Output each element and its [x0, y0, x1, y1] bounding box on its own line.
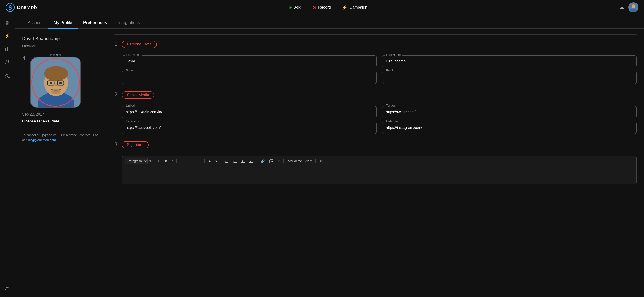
campaign-icon: ⚡	[342, 4, 348, 10]
tab-account[interactable]: Account	[22, 20, 48, 28]
last-name-label: Last Name	[385, 53, 402, 56]
svg-rect-55	[270, 160, 273, 163]
social-row-1: LinkedIn Twitter	[122, 106, 636, 118]
toolbar-image[interactable]	[268, 158, 275, 164]
toolbar-sep-1	[154, 159, 154, 164]
toolbar-bold[interactable]: B	[163, 158, 169, 164]
toolbar-underline[interactable]: U	[156, 158, 162, 164]
instagram-label: Instagram	[385, 120, 401, 123]
add-action[interactable]: ⊞ Add	[289, 4, 301, 10]
toolbar-align-left[interactable]	[178, 159, 186, 164]
contact-row: Phone Email	[122, 71, 636, 84]
twitter-label: Twitter	[385, 104, 396, 107]
signature-content[interactable]	[122, 166, 636, 184]
instagram-group: Instagram	[382, 122, 637, 134]
email-label: Email	[385, 69, 395, 72]
profile-form-layout: David Beauchamp OneMob 4.	[15, 28, 644, 297]
svg-point-1	[10, 7, 11, 8]
logo-icon	[6, 3, 15, 12]
svg-point-9	[6, 74, 8, 77]
toolbar-align-right[interactable]	[195, 159, 202, 164]
tab-preferences[interactable]: Preferences	[78, 20, 112, 28]
toolbar-indent-decrease[interactable]	[239, 159, 247, 164]
social-media-label: Social Media	[122, 91, 154, 99]
section-3-num: 3	[114, 141, 117, 148]
toolbar-merge-field[interactable]: Add Merge Field ▾	[286, 158, 314, 164]
sidebar-item-user-add[interactable]	[3, 72, 12, 81]
billing-email-link[interactable]: billing@onemob.com	[26, 138, 56, 142]
toolbar-indent-increase[interactable]	[248, 159, 255, 164]
last-name-group: Last Name	[382, 55, 637, 67]
toolbar-align-center[interactable]	[187, 159, 194, 164]
svg-rect-6	[7, 47, 8, 51]
social-media-section: 2 Social Media LinkedIn Twitter	[122, 91, 636, 134]
toolbar-sep-5	[257, 159, 257, 164]
phone-input[interactable]	[122, 71, 376, 84]
dot-4	[60, 54, 61, 56]
profile-org: OneMob	[22, 44, 100, 48]
main-layout: ♛ ⚡	[0, 15, 644, 297]
signature-section: 3 Signature Paragraph ▾ U B I	[122, 141, 636, 184]
email-input[interactable]	[382, 71, 637, 84]
instagram-input[interactable]	[382, 122, 637, 134]
sidebar-item-crown[interactable]: ♛	[3, 18, 12, 28]
dot-3	[56, 54, 58, 56]
linkedin-input[interactable]	[122, 106, 376, 118]
toolbar-sep-3	[204, 159, 204, 164]
toolbar-font-color-dropdown[interactable]: ▾	[214, 158, 219, 164]
record-action[interactable]: ⊙ Record	[312, 4, 331, 10]
nav-right: ☁	[619, 2, 638, 12]
phone-group: Phone	[122, 71, 376, 84]
section-1-num: 1	[114, 40, 117, 47]
svg-point-22	[50, 82, 52, 84]
toolbar-sep-4	[221, 159, 221, 164]
add-icon: ⊞	[289, 4, 292, 10]
record-label: Record	[318, 5, 331, 10]
sidebar-item-user[interactable]	[3, 57, 12, 66]
last-name-input[interactable]	[382, 55, 637, 67]
toolbar-italic[interactable]: I	[170, 158, 174, 164]
first-name-group: First Name	[122, 55, 376, 67]
facebook-input[interactable]	[122, 122, 376, 134]
profile-panel: David Beauchamp OneMob 4.	[15, 28, 107, 297]
toolbar-unordered-list[interactable]	[223, 159, 230, 164]
cloud-icon[interactable]: ☁	[619, 4, 625, 10]
svg-point-39	[224, 161, 226, 162]
photo-dots	[30, 54, 81, 56]
campaign-action[interactable]: ⚡ Campaign	[342, 4, 368, 10]
twitter-group: Twitter	[382, 106, 637, 118]
tabs-bar: Account My Profile Preferences Integrati…	[15, 15, 644, 28]
form-panel: 1 Personal Data First Name Last Name	[107, 28, 644, 297]
form-top-border	[114, 34, 636, 35]
dot-1	[50, 54, 52, 56]
sidebar-item-headset[interactable]	[3, 284, 12, 293]
personal-data-section: 1 Personal Data First Name Last Name	[122, 40, 636, 84]
photo-wrapper[interactable]	[30, 57, 81, 108]
toolbar-chevron: ▾	[148, 159, 152, 163]
tab-integrations[interactable]: Integrations	[112, 20, 145, 28]
twitter-input[interactable]	[382, 106, 637, 118]
sidebar-item-chart[interactable]	[3, 44, 12, 54]
top-navigation: OneMob ⊞ Add ⊙ Record ⚡ Campaign ☁	[0, 0, 644, 15]
toolbar-text-format[interactable]: Tx	[318, 158, 325, 164]
user-avatar[interactable]	[628, 2, 638, 12]
toolbar-font-color[interactable]: A	[206, 158, 212, 164]
sidebar: ♛ ⚡	[0, 15, 15, 297]
nav-actions: ⊞ Add ⊙ Record ⚡ Campaign	[37, 4, 619, 10]
svg-point-41	[224, 162, 226, 163]
sidebar-item-lightning[interactable]: ⚡	[3, 31, 12, 40]
svg-text:3.: 3.	[233, 162, 234, 163]
toolbar-link[interactable]: 🔗	[259, 158, 266, 164]
toolbar-image-dropdown[interactable]: ▾	[276, 158, 282, 164]
first-name-input[interactable]	[122, 55, 376, 67]
svg-rect-12	[5, 289, 6, 290]
paragraph-select[interactable]: Paragraph	[125, 158, 148, 164]
campaign-label: Campaign	[350, 5, 368, 10]
tab-my-profile[interactable]: My Profile	[48, 20, 78, 28]
facebook-group: Facebook	[122, 122, 376, 134]
personal-data-label: Personal Data	[122, 40, 157, 48]
record-icon: ⊙	[312, 4, 316, 10]
toolbar-ordered-list[interactable]: 1.2.3.	[231, 159, 238, 164]
profile-name: David Beauchamp	[22, 36, 100, 41]
logo[interactable]: OneMob	[6, 3, 37, 12]
